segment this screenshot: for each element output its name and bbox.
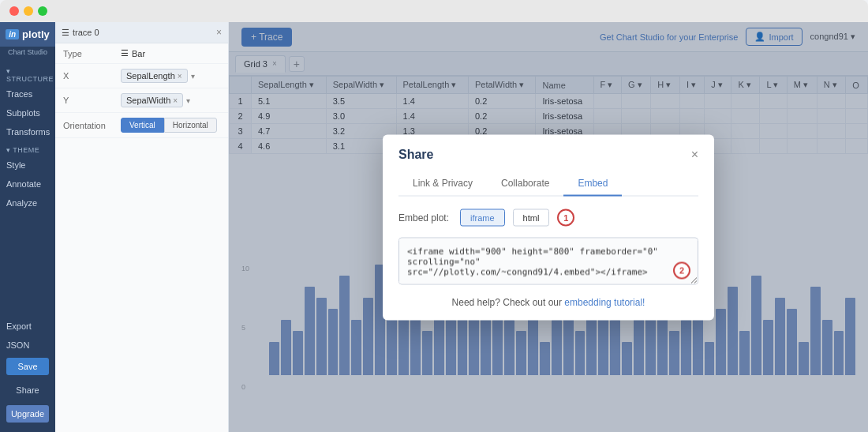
vertical-orientation-button[interactable]: Vertical [121, 118, 164, 133]
sidebar-subtitle: Chart Studio [0, 47, 55, 62]
main-area: + Trace Get Chart Studio for your Enterp… [229, 22, 868, 432]
embed-code-wrapper: 2 [398, 237, 698, 287]
type-label: Type [63, 49, 114, 58]
modal-tabs: Link & Privacy Collaborate Embed [398, 171, 698, 196]
sidebar-item-analyze-label: Analyze [6, 198, 37, 208]
sidebar-logo: in plotly [0, 22, 55, 47]
style-section-label: ▾ Theme [0, 141, 55, 156]
orientation-buttons: Vertical Horizontal [121, 118, 217, 133]
y-tag[interactable]: SepalWidth × [121, 93, 183, 107]
minimize-traffic-light[interactable] [24, 6, 33, 16]
save-button[interactable]: Save [6, 358, 49, 375]
tab-collaborate[interactable]: Collaborate [487, 171, 563, 196]
y-tag-remove-icon[interactable]: × [173, 96, 178, 105]
tab-link-privacy[interactable]: Link & Privacy [398, 171, 487, 196]
sidebar-item-style-label: Style [6, 160, 25, 170]
x-tag-remove-icon[interactable]: × [178, 72, 182, 81]
trace-close-button[interactable]: × [216, 27, 222, 38]
embed-html-button[interactable]: html [513, 208, 550, 226]
sidebar-item-subplots[interactable]: Subplots [0, 103, 55, 122]
trace-menu-icon: ☰ [62, 28, 69, 38]
x-row: X SepalLength × ▾ [55, 64, 228, 88]
share-button[interactable]: Share [6, 381, 49, 399]
bar-icon: ☰ [121, 48, 129, 58]
step1-number: 1 [563, 212, 568, 222]
embedding-tutorial-link[interactable]: embedding tutorial! [564, 296, 645, 307]
sidebar-item-transforms[interactable]: Transforms [0, 122, 55, 141]
step2-indicator: 2 [673, 261, 690, 279]
modal-body: Embed plot: iframe html 1 2 Need help? C… [383, 196, 714, 320]
tab-embed[interactable]: Embed [563, 171, 622, 196]
y-row: Y SepalWidth × ▾ [55, 88, 228, 113]
sidebar-item-style[interactable]: Style [0, 156, 55, 175]
step1-indicator: 1 [557, 208, 574, 226]
sidebar-logo-text: plotly [22, 28, 50, 40]
trace-header: ☰ trace 0 × [55, 22, 228, 43]
type-value-text: Bar [132, 49, 145, 58]
trace-title: ☰ trace 0 [62, 28, 99, 38]
type-value: ☰ Bar [121, 48, 145, 58]
sidebar-item-annotate[interactable]: Annotate [0, 175, 55, 193]
sidebar-item-export[interactable]: Export [0, 317, 55, 336]
window-chrome [0, 0, 868, 22]
x-select-arrow-icon[interactable]: ▾ [191, 72, 195, 81]
modal-title: Share [398, 147, 433, 161]
x-label: X [63, 71, 114, 81]
x-value: SepalLength × ▾ [121, 69, 195, 83]
embed-options-row: Embed plot: iframe html 1 [398, 208, 698, 226]
sidebar-item-export-label: Export [6, 321, 32, 331]
sidebar-item-subplots-label: Subplots [6, 108, 40, 118]
x-tag[interactable]: SepalLength × [121, 69, 188, 83]
y-value: SepalWidth × ▾ [121, 93, 190, 107]
embed-iframe-button[interactable]: iframe [460, 208, 505, 226]
tab-embed-label: Embed [578, 177, 608, 188]
step2-number: 2 [679, 265, 684, 275]
sidebar: in plotly Chart Studio ▾ Structure Trace… [0, 22, 55, 432]
modal-help-text: Need help? Check out our embedding tutor… [398, 296, 698, 307]
tab-link-privacy-label: Link & Privacy [413, 177, 473, 188]
y-label: Y [63, 96, 114, 105]
sidebar-item-transforms-label: Transforms [6, 127, 50, 137]
help-prefix-text: Need help? Check out our [452, 296, 565, 307]
close-traffic-light[interactable] [9, 6, 19, 16]
type-row: Type ☰ Bar [55, 43, 228, 64]
horizontal-orientation-button[interactable]: Horizontal [164, 118, 217, 133]
share-modal: Share × Link & Privacy Collaborate Embed… [383, 134, 714, 320]
x-tag-text: SepalLength [126, 71, 175, 81]
embed-plot-label: Embed plot: [398, 212, 449, 223]
sidebar-item-annotate-label: Annotate [6, 179, 41, 189]
sidebar-item-json-label: JSON [6, 340, 29, 350]
y-tag-text: SepalWidth [126, 96, 170, 105]
trace-title-text: trace 0 [73, 28, 99, 37]
sidebar-item-traces[interactable]: Traces [0, 85, 55, 103]
plotly-logo-icon: in [6, 29, 19, 39]
maximize-traffic-light[interactable] [38, 6, 47, 16]
modal-close-button[interactable]: × [691, 148, 698, 160]
tab-collaborate-label: Collaborate [501, 177, 549, 188]
orientation-label: Orientation [63, 121, 114, 130]
left-panel: ☰ trace 0 × Type ☰ Bar X SepalLength × ▾ [55, 22, 229, 432]
app-container: in plotly Chart Studio ▾ Structure Trace… [0, 22, 868, 432]
y-select-arrow-icon[interactable]: ▾ [186, 96, 190, 105]
sidebar-bottom: Export JSON Save Share Upgrade [0, 317, 55, 432]
upgrade-button[interactable]: Upgrade [6, 405, 49, 423]
sidebar-item-json[interactable]: JSON [0, 336, 55, 355]
orientation-row: Orientation Vertical Horizontal [55, 113, 228, 138]
sidebar-item-traces-label: Traces [6, 89, 32, 99]
embed-code-textarea[interactable] [398, 237, 698, 284]
structure-section-label: ▾ Structure [0, 62, 55, 85]
modal-header: Share × [383, 134, 714, 161]
sidebar-item-analyze[interactable]: Analyze [0, 193, 55, 212]
